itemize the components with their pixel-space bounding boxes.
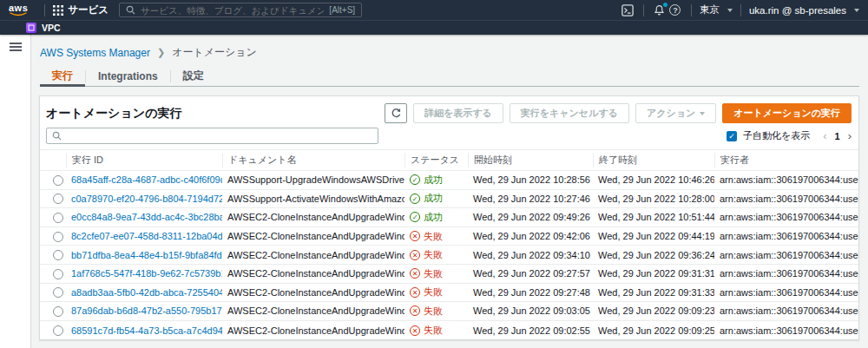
- row-select-radio[interactable]: [53, 194, 63, 204]
- tab-integrations[interactable]: Integrations: [86, 67, 170, 85]
- next-page-icon[interactable]: ›: [848, 129, 852, 142]
- table-row[interactable]: e0cc84a8-9ea7-43dd-ac4c-3bc28bad154fAWSE…: [40, 208, 858, 227]
- execution-id-link[interactable]: 87a96dab-b6d8-47b2-a550-795b17c1c186: [66, 305, 222, 316]
- panel-header: オートメーションの実行 詳細を表示する 実行をキャンセルする アクション オート…: [40, 96, 858, 124]
- success-check-icon: ✓: [410, 174, 420, 185]
- services-menu[interactable]: サービス: [53, 3, 108, 16]
- failure-cross-icon: ✕: [410, 231, 420, 241]
- status-badge: ✕失敗: [404, 286, 468, 299]
- row-select-radio[interactable]: [53, 250, 63, 260]
- tab-executions[interactable]: 実行: [40, 67, 85, 85]
- help-button[interactable]: ?: [667, 3, 683, 18]
- row-select-cell: [40, 249, 66, 260]
- row-select-cell: [40, 286, 66, 298]
- nav-divider: [740, 4, 741, 16]
- table-row[interactable]: 68591c7d-fb54-4a73-b5ca-a7c4d945a603AWSE…: [40, 321, 858, 340]
- row-select-radio[interactable]: [53, 269, 63, 279]
- favorite-vpc-link[interactable]: VPC: [26, 23, 61, 33]
- show-child-automations-checkbox[interactable]: ✓: [727, 131, 737, 141]
- menu-hamburger-icon[interactable]: [10, 43, 22, 53]
- table-row[interactable]: 87a96dab-b6d8-47b2-a550-795b17c1c186AWSE…: [40, 302, 858, 321]
- row-select-radio[interactable]: [53, 325, 63, 336]
- refresh-button[interactable]: [385, 103, 407, 123]
- execution-id-link[interactable]: 68a45aff-c28a-4687-adbc-c40f6f09d613: [66, 174, 222, 185]
- execution-id-link[interactable]: 1af768c5-547f-418b-9e62-7c5739b1c3fc: [66, 268, 222, 279]
- document-name: AWSEC2-CloneInstanceAndUpgradeWindows201…: [222, 212, 404, 222]
- execution-id-link[interactable]: e0cc84a8-9ea7-43dd-ac4c-3bc28bad154f: [66, 212, 222, 222]
- region-selector[interactable]: 東京: [700, 3, 733, 16]
- tab-bar-rule: [40, 86, 859, 87]
- breadcrumb-current: オートメーション: [172, 45, 257, 60]
- end-time: Wed, 29 Jun 2022 09:44:19 GMT: [593, 231, 714, 241]
- grid-icon: [53, 5, 63, 16]
- global-search[interactable]: [Alt+S]: [119, 3, 362, 17]
- execution-id-link[interactable]: bb71dfba-8ea4-48e4-b15f-9bfa84fd4654: [66, 250, 222, 260]
- table-row[interactable]: 1af768c5-547f-418b-9e62-7c5739b1c3fcAWSE…: [40, 265, 858, 284]
- start-time: Wed, 29 Jun 2022 09:34:10 GMT: [468, 250, 593, 260]
- cancel-execution-button[interactable]: 実行をキャンセルする: [510, 103, 629, 123]
- start-time: Wed, 29 Jun 2022 09:27:48 GMT: [468, 287, 593, 298]
- run-automation-button[interactable]: オートメーションの実行: [722, 103, 852, 123]
- table-row[interactable]: 68a45aff-c28a-4687-adbc-c40f6f09d613AWSS…: [40, 171, 858, 190]
- status-badge: ✓成功: [404, 192, 468, 205]
- account-menu[interactable]: uka.rin @ sb-presales: [749, 5, 859, 16]
- start-time: Wed, 29 Jun 2022 09:49:26 GMT: [468, 212, 593, 222]
- executions-filter-input[interactable]: [66, 131, 372, 141]
- side-panel-strip: [0, 35, 31, 348]
- document-name: AWSEC2-CloneInstanceAndUpgradeWindows201…: [222, 250, 404, 260]
- table-body: 68a45aff-c28a-4687-adbc-c40f6f09d613AWSS…: [40, 171, 858, 339]
- start-time: Wed, 29 Jun 2022 09:03:05 GMT: [468, 305, 593, 316]
- status-label: 失敗: [424, 248, 443, 261]
- row-select-cell: [40, 193, 66, 204]
- start-time: Wed, 29 Jun 2022 09:02:55 GMT: [468, 325, 593, 336]
- cloudshell-terminal-icon: [621, 4, 634, 16]
- show-details-button[interactable]: 詳細を表示する: [413, 103, 503, 123]
- vpc-service-icon: [26, 23, 36, 33]
- row-select-radio[interactable]: [53, 306, 63, 317]
- row-select-radio[interactable]: [53, 287, 63, 298]
- row-select-radio[interactable]: [53, 213, 63, 223]
- aws-logo[interactable]: aws: [9, 3, 28, 16]
- execution-id-link[interactable]: c0a78970-ef20-4796-b804-7194d7267e20: [66, 194, 222, 204]
- search-icon: [126, 5, 135, 15]
- column-header-execution-id: 実行 ID: [66, 153, 222, 167]
- aws-logo-text: aws: [9, 3, 28, 12]
- document-name: AWSEC2-CloneInstanceAndUpgradeWindows: [222, 287, 404, 298]
- services-label: サービス: [68, 3, 108, 16]
- favorites-bar: VPC: [0, 20, 868, 35]
- tab-settings[interactable]: 設定: [171, 67, 216, 85]
- row-select-cell: [40, 174, 66, 186]
- current-page[interactable]: 1: [835, 131, 840, 141]
- previous-page-icon[interactable]: ‹: [823, 129, 826, 142]
- status-label: 失敗: [424, 230, 443, 243]
- column-header-start-time: 開始時刻: [468, 153, 593, 167]
- execution-id-link[interactable]: 8c2cfe07-ee07-458d-8311-12ba04d8fd25: [66, 231, 222, 241]
- execution-id-link[interactable]: a8adb3aa-5fb0-42db-abca-7255404b7925: [66, 287, 222, 298]
- executor-arn: arn:aws:iam::306197006344:user/uka.rin: [714, 174, 858, 185]
- table-row[interactable]: a8adb3aa-5fb0-42db-abca-7255404b7925AWSE…: [40, 284, 858, 303]
- row-select-radio[interactable]: [53, 175, 63, 186]
- table-row[interactable]: c0a78970-ef20-4796-b804-7194d7267e20AWSS…: [40, 190, 858, 209]
- execution-id-link[interactable]: 68591c7d-fb54-4a73-b5ca-a7c4d945a603: [66, 325, 222, 336]
- status-badge: ✕失敗: [404, 248, 468, 261]
- nav-divider: [691, 4, 692, 16]
- panel-title: オートメーションの実行: [46, 103, 181, 121]
- success-check-icon: ✓: [410, 212, 420, 222]
- breadcrumb-systems-manager-link[interactable]: AWS Systems Manager: [40, 47, 150, 59]
- executions-filter[interactable]: [46, 128, 378, 144]
- status-label: 失敗: [424, 267, 443, 280]
- global-search-input[interactable]: [141, 5, 324, 16]
- filter-right: ✓ 子自動化を表示 ‹ 1 ›: [727, 129, 852, 142]
- row-select-cell: [40, 268, 66, 279]
- start-time: Wed, 29 Jun 2022 09:42:06 GMT: [468, 231, 593, 241]
- column-header-executor: 実行者: [714, 153, 858, 167]
- actions-dropdown-button[interactable]: アクション: [635, 103, 716, 123]
- failure-cross-icon: ✕: [410, 250, 420, 260]
- row-select-radio[interactable]: [53, 232, 63, 242]
- table-row[interactable]: bb71dfba-8ea4-48e4-b15f-9bfa84fd4654AWSE…: [40, 246, 858, 265]
- table-row[interactable]: 8c2cfe07-ee07-458d-8311-12ba04d8fd25AWSE…: [40, 227, 858, 246]
- notifications-button[interactable]: [652, 3, 667, 18]
- aws-smile-icon: [10, 12, 27, 16]
- status-badge: ✕失敗: [404, 267, 468, 280]
- cloudshell-button[interactable]: [620, 3, 635, 18]
